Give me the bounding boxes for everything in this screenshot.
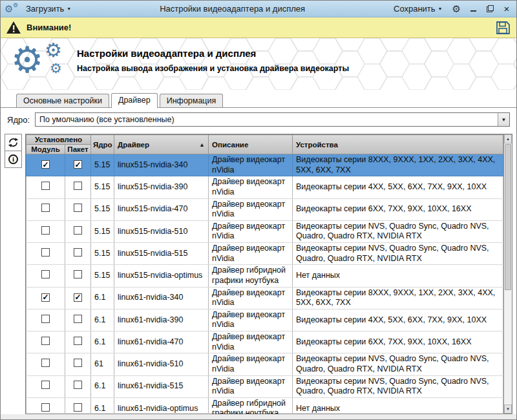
refresh-icon: [8, 137, 19, 148]
column-header-module[interactable]: Модуль: [26, 145, 65, 154]
chevron-down-icon: ▼: [67, 6, 71, 11]
package-checkbox[interactable]: [74, 204, 82, 212]
driver-cell: linux515-nvidia-510: [114, 220, 209, 242]
module-checkbox[interactable]: [41, 359, 50, 367]
devices-cell: Видеокарты серии NVS, Quadro Sync, Quadr…: [293, 375, 503, 397]
module-cell: [26, 176, 65, 198]
module-cell: [26, 243, 65, 265]
table-row[interactable]: 6.1linux61-nvidia-470Драйвер видеокарт n…: [26, 331, 503, 353]
driver-cell: linux61-nvidia-510: [114, 353, 209, 375]
driver-cell: linux61-nvidia-515: [114, 375, 209, 397]
save-menu-button[interactable]: Сохранить ▼: [390, 3, 446, 15]
package-checkbox[interactable]: [74, 403, 82, 412]
module-checkbox[interactable]: ✓: [41, 160, 50, 169]
tab-information[interactable]: Информация: [160, 94, 224, 107]
driver-table-body: ✓✓5.15linux515-nvidia-340Драйвер видеока…: [26, 154, 503, 420]
devices-cell: Видеокарты серии 6XX, 7XX, 9XX, 10XX, 16…: [293, 331, 503, 353]
settings-gear-icon[interactable]: ⚙: [451, 3, 462, 15]
module-cell: ✓: [26, 154, 65, 176]
column-header-driver-label: Драйвер: [118, 141, 149, 149]
package-cell: [65, 375, 91, 397]
description-cell: Драйвер видеокарт nVidia: [209, 353, 293, 375]
table-row[interactable]: 5.15linux515-nvidia-optimusДрайвер гибри…: [26, 265, 503, 287]
package-checkbox[interactable]: [74, 226, 82, 235]
table-row[interactable]: 61linux61-nvidia-510Драйвер видеокарт nV…: [26, 353, 503, 375]
kernel-dropdown-button[interactable]: ▼: [498, 113, 509, 126]
description-cell: Драйвер видеокарт nVidia: [209, 375, 293, 397]
package-checkbox[interactable]: [74, 337, 82, 345]
module-checkbox[interactable]: [41, 226, 50, 235]
package-cell: [65, 198, 91, 220]
module-checkbox[interactable]: [41, 248, 50, 257]
window-bottom-strip: [1, 414, 516, 419]
module-checkbox[interactable]: [41, 337, 50, 345]
table-row[interactable]: 6.1linux61-nvidia-390Драйвер видеокарт n…: [26, 309, 503, 331]
module-checkbox[interactable]: [41, 204, 50, 212]
app-gears-icon: ⚙⚙: [5, 4, 17, 14]
kernel-selector-row: Ядро: По умолчанию (все установленные) ▼: [1, 108, 516, 131]
tab-basic-settings[interactable]: Основные настройки: [16, 94, 109, 107]
module-checkbox[interactable]: [41, 315, 50, 323]
column-header-driver[interactable]: Драйвер ▲: [114, 135, 209, 154]
close-button[interactable]: ×: [501, 3, 512, 15]
module-cell: [26, 220, 65, 242]
driver-cell: linux515-nvidia-340: [114, 154, 209, 176]
titlebar: ⚙⚙ Загрузить ▼ Настройки видеоадаптера и…: [1, 1, 516, 17]
scrollbar-thumb[interactable]: [505, 144, 511, 290]
description-cell: Драйвер видеокарт nVidia: [209, 331, 293, 353]
package-checkbox[interactable]: [74, 270, 82, 278]
vertical-scrollbar[interactable]: ▲ ▼: [503, 134, 512, 414]
package-checkbox[interactable]: [74, 315, 82, 323]
module-checkbox[interactable]: [41, 403, 50, 412]
kernel-combobox[interactable]: По умолчанию (все установленные) ▼: [35, 112, 510, 127]
module-checkbox[interactable]: ✓: [41, 293, 50, 302]
save-file-button[interactable]: [494, 19, 511, 36]
scrollbar-track[interactable]: [504, 143, 512, 404]
table-row[interactable]: ✓✓6.1linux61-nvidia-340Драйвер видеокарт…: [26, 287, 503, 309]
kernel-cell: 5.15: [91, 198, 114, 220]
table-row[interactable]: 5.15linux515-nvidia-470Драйвер видеокарт…: [26, 198, 503, 220]
package-checkbox[interactable]: [74, 182, 82, 190]
devices-cell: Видеокарты серии 8XXX, 9XXX, 1XX, 2XX, 3…: [293, 287, 503, 309]
column-header-description[interactable]: Описание: [209, 135, 293, 154]
column-header-installed[interactable]: Установлено: [26, 135, 91, 145]
info-button[interactable]: i: [5, 151, 22, 168]
floppy-disk-icon: [495, 20, 511, 36]
package-checkbox[interactable]: [74, 248, 82, 257]
module-checkbox[interactable]: [41, 182, 50, 190]
load-menu-button[interactable]: Загрузить ▼: [23, 3, 74, 15]
side-toolbar: i: [5, 134, 23, 414]
save-menu-label: Сохранить: [394, 4, 436, 14]
minimize-button[interactable]: [467, 3, 479, 15]
warning-text: Внимание!: [26, 23, 71, 32]
table-row[interactable]: 5.15linux515-nvidia-390Драйвер видеокарт…: [26, 176, 503, 198]
package-checkbox[interactable]: [74, 381, 82, 389]
warning-triangle-icon: [6, 21, 21, 34]
module-checkbox[interactable]: [41, 270, 50, 278]
driver-cell: linux515-nvidia-390: [114, 176, 209, 198]
module-cell: [26, 353, 65, 375]
table-row[interactable]: 5.15linux515-nvidia-510Драйвер видеокарт…: [26, 220, 503, 242]
column-header-devices[interactable]: Устройства: [293, 135, 503, 154]
scroll-down-button[interactable]: ▼: [504, 404, 512, 414]
scroll-up-button[interactable]: ▲: [504, 134, 512, 143]
column-header-kernel[interactable]: Ядро: [91, 135, 114, 154]
package-cell: [65, 309, 91, 331]
table-row[interactable]: 5.15linux515-nvidia-515Драйвер видеокарт…: [26, 243, 503, 265]
package-checkbox[interactable]: ✓: [74, 293, 82, 302]
table-row[interactable]: ✓✓5.15linux515-nvidia-340Драйвер видеока…: [26, 154, 503, 176]
kernel-cell: 5.15: [91, 265, 114, 287]
refresh-button[interactable]: [5, 134, 22, 151]
minimize-icon: [470, 10, 476, 12]
column-header-package[interactable]: Пакет: [65, 145, 91, 154]
table-row[interactable]: 6.1linux61-nvidia-515Драйвер видеокарт n…: [26, 375, 503, 397]
driver-cell: linux515-nvidia-optimus: [114, 265, 209, 287]
module-checkbox[interactable]: [41, 381, 50, 389]
package-checkbox[interactable]: ✓: [74, 160, 82, 169]
maximize-button[interactable]: [484, 3, 496, 15]
package-checkbox[interactable]: [74, 359, 82, 367]
restore-icon: [487, 5, 494, 12]
large-gear-icon: ⚙: [11, 42, 43, 78]
tab-driver[interactable]: Драйвер: [111, 93, 158, 108]
devices-cell: Видеокарты серии NVS, Quadro Sync, Quadr…: [293, 220, 503, 242]
